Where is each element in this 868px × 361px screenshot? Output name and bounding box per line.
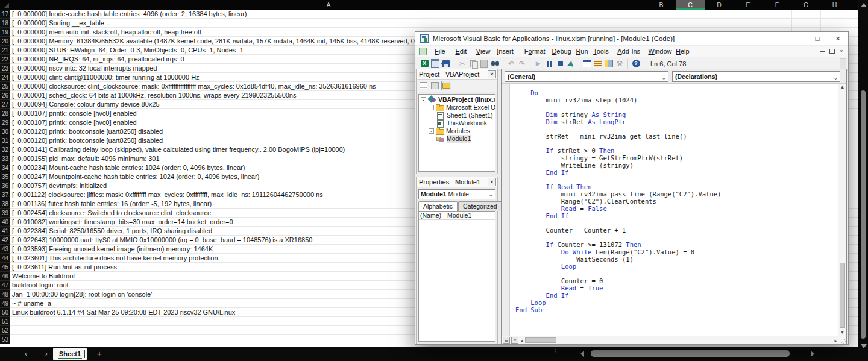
column-header-e[interactable]: E <box>734 0 763 10</box>
next-sheet-button[interactable]: › <box>41 348 52 359</box>
project-panel-header[interactable]: Project - VBAProject × <box>417 69 497 80</box>
menu-view[interactable]: View <box>473 46 494 57</box>
tree-item-sheet1-sheet1-[interactable]: Sheet1 (Sheet1) <box>419 111 495 119</box>
tree-item-label[interactable]: Microsoft Excel Objects <box>446 104 495 111</box>
add-sheet-button[interactable]: + <box>93 348 105 360</box>
expander-icon[interactable]: - <box>429 128 434 134</box>
tree-item-thisworkbook[interactable]: ThisWorkbook <box>419 119 495 127</box>
select-all-corner[interactable] <box>0 0 10 10</box>
mdi-minimize-icon[interactable] <box>818 48 826 55</box>
tab-sheet1[interactable]: Sheet1 <box>53 348 87 360</box>
tab-categorized[interactable]: Categorized <box>458 201 502 211</box>
help-icon[interactable] <box>631 58 641 69</box>
expander-icon[interactable]: - <box>429 105 434 110</box>
row-number[interactable]: 32 <box>0 145 10 154</box>
close-button[interactable]: × <box>828 32 848 46</box>
menu-debug[interactable]: Debug <box>548 46 574 57</box>
menu-window[interactable]: Window <box>644 46 675 57</box>
find-icon[interactable] <box>489 58 500 69</box>
code-vertical-scrollbar[interactable]: ▲ ▼ <box>838 84 846 336</box>
toggle-folders-icon[interactable] <box>441 81 451 90</box>
object-dropdown[interactable]: (General) ⌄ <box>505 71 668 82</box>
object-browser-icon[interactable] <box>603 58 614 69</box>
row-number[interactable]: 49 <box>0 299 10 308</box>
view-code-icon[interactable] <box>418 81 429 90</box>
row-number[interactable]: 21 <box>0 46 10 55</box>
project-close-icon[interactable]: × <box>488 70 496 78</box>
toolbar-options-icon[interactable] <box>840 58 846 69</box>
project-explorer-icon[interactable] <box>582 58 593 69</box>
properties-close-icon[interactable]: × <box>488 178 496 186</box>
sheet-vertical-scrollbar[interactable] <box>858 0 868 361</box>
row-number[interactable]: 39 <box>0 209 10 218</box>
vertical-scroll-thumb[interactable] <box>861 90 866 339</box>
run-icon[interactable]: ▶ <box>533 58 544 69</box>
tree-item-module1[interactable]: Module1 <box>419 135 495 143</box>
maximize-button[interactable]: □ <box>807 32 828 46</box>
column-header-f[interactable]: F <box>763 0 791 10</box>
code-editor[interactable]: Do mini_rv32ima_step (1024) Dim stringy … <box>511 84 838 336</box>
scroll-up-icon[interactable]: ▲ <box>838 84 846 90</box>
scrollbar-resize-handle[interactable]: ⋮ <box>552 349 559 354</box>
row-number[interactable]: 51 <box>0 317 10 326</box>
object-selector-dropdown[interactable]: Module1 Module ⌄ <box>418 189 495 199</box>
redo-icon[interactable]: ↷ <box>517 58 527 69</box>
full-module-view-icon[interactable]: ≡ <box>511 337 518 344</box>
scroll-down-icon[interactable] <box>861 344 867 348</box>
undo-icon[interactable]: ↶ <box>506 58 517 69</box>
row-number[interactable]: 41 <box>0 227 10 236</box>
menu-addins[interactable]: Add-Ins <box>614 46 644 57</box>
scroll-up-icon[interactable] <box>861 3 867 7</box>
row-number[interactable]: 31 <box>0 136 10 145</box>
tree-item-label[interactable]: VBAProject (linux.xlsm) <box>438 96 495 104</box>
mdi-close-icon[interactable]: × <box>837 48 846 55</box>
prev-sheet-button[interactable]: ‹ <box>20 348 31 359</box>
row-number[interactable]: 37 <box>0 190 10 199</box>
row-number[interactable]: 26 <box>0 91 10 100</box>
tab-alphabetic[interactable]: Alphabetic <box>418 201 458 211</box>
sheet-row[interactable]: [ 0.000000] Sorting __ex_table... <box>10 19 868 28</box>
insert-userform-icon[interactable] <box>430 58 441 69</box>
procedure-dropdown[interactable]: (Declarations) ⌄ <box>672 71 840 82</box>
tree-item-label[interactable]: Modules <box>446 127 470 135</box>
code-hscroll-thumb[interactable] <box>525 337 556 343</box>
properties-window-icon[interactable] <box>593 58 603 69</box>
view-object-icon[interactable] <box>430 81 440 90</box>
row-number[interactable]: 36 <box>0 181 10 190</box>
row-number[interactable]: 22 <box>0 55 10 64</box>
resize-grip[interactable] <box>839 337 846 344</box>
sheet-row[interactable]: [ 0.000000] Inode-cache hash table entri… <box>10 10 868 19</box>
tree-item-label[interactable]: Module1 <box>447 135 471 143</box>
row-number[interactable]: 43 <box>0 245 10 254</box>
row-number[interactable]: 27 <box>0 100 10 109</box>
column-header-g[interactable]: G <box>791 0 820 10</box>
column-header-c[interactable]: C <box>676 0 705 10</box>
row-number[interactable]: 46 <box>0 272 10 281</box>
row-number[interactable]: 30 <box>0 127 10 136</box>
column-header-h[interactable]: H <box>820 0 849 10</box>
column-header-a[interactable]: A <box>10 0 647 10</box>
column-headers[interactable]: ABCDEFGH <box>0 0 868 10</box>
row-number[interactable]: 44 <box>0 254 10 263</box>
tree-item-label[interactable]: ThisWorkbook <box>447 119 487 127</box>
row-number[interactable]: 50 <box>0 308 10 317</box>
menu-edit[interactable]: Edit <box>451 46 470 57</box>
code-vscroll-thumb[interactable] <box>840 263 845 328</box>
mdi-restore-icon[interactable] <box>829 49 835 54</box>
row-number[interactable]: 20 <box>0 37 10 46</box>
minimize-button[interactable]: — <box>787 32 807 46</box>
row-number[interactable]: 52 <box>0 326 10 335</box>
properties-panel-header[interactable]: Properties - Module1 × <box>417 177 497 187</box>
menu-insert[interactable]: Insert <box>493 46 517 57</box>
column-header-d[interactable]: D <box>705 0 734 10</box>
scroll-right-icon[interactable] <box>811 351 814 357</box>
reset-icon[interactable] <box>555 58 565 69</box>
row-number[interactable]: 29 <box>0 118 10 127</box>
row-number[interactable]: 38 <box>0 199 10 209</box>
menu-run[interactable]: Run <box>572 46 591 57</box>
scroll-left-icon[interactable] <box>580 351 584 357</box>
row-number[interactable]: 35 <box>0 172 10 181</box>
row-number[interactable]: 45 <box>0 263 10 272</box>
row-number[interactable]: 40 <box>0 218 10 227</box>
toolbox-icon[interactable]: ⚒ <box>614 58 625 69</box>
